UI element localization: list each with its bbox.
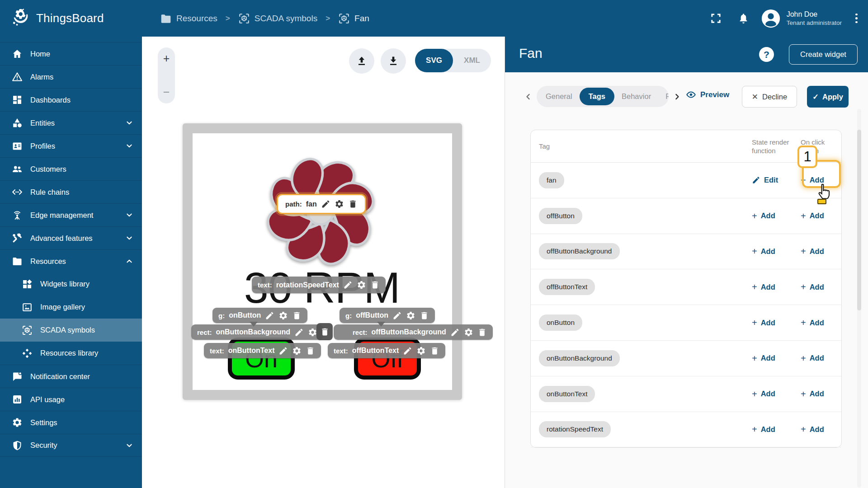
app-logo[interactable]: ThingsBoard [0, 0, 142, 37]
element-tag-off-button-background[interactable]: rect:offButtonBackground [334, 324, 493, 340]
decline-button[interactable]: ✕Decline [742, 86, 797, 108]
edit-icon [752, 176, 760, 184]
download-button[interactable] [381, 48, 406, 74]
preview-button[interactable]: Preview [686, 89, 729, 100]
sidebar-item-security[interactable]: Security [0, 434, 142, 457]
state-render-add-button[interactable]: +Add [752, 319, 775, 327]
tab-tags[interactable]: Tags [580, 88, 614, 105]
trash-icon[interactable] [292, 311, 302, 320]
state-render-add-button[interactable]: +Add [752, 283, 775, 291]
gear-icon[interactable] [416, 346, 426, 356]
edit-icon[interactable] [450, 328, 460, 337]
tag-chip: fan [539, 172, 564, 188]
element-tag-on-button-text[interactable]: text:onButtonText [204, 343, 321, 358]
sidebar-item-customers[interactable]: Customers [0, 157, 142, 180]
on-click-add-button[interactable]: +Add [801, 319, 824, 327]
on-click-add-button[interactable]: +Add [801, 211, 824, 220]
on-click-add-button[interactable]: +Add [801, 176, 824, 184]
state-render-add-button[interactable]: +Add [752, 211, 775, 220]
help-icon[interactable]: ? [759, 47, 774, 62]
upload-button[interactable] [349, 48, 374, 74]
column-header-tag: Tag [539, 142, 742, 150]
sidebar-item-notification-center[interactable]: Notification center [0, 365, 142, 388]
gear-icon[interactable] [278, 311, 288, 320]
sidebar-item-profiles[interactable]: Profiles [0, 134, 142, 157]
sidebar-item-entities[interactable]: Entities [0, 111, 142, 134]
plus-icon: + [801, 390, 806, 398]
on-click-add-button[interactable]: +Add [801, 247, 824, 256]
edit-icon[interactable] [343, 280, 353, 290]
trash-icon[interactable] [420, 311, 429, 320]
gear-icon[interactable] [357, 280, 366, 290]
on-click-add-button[interactable]: +Add [801, 389, 824, 398]
kebab-menu-icon[interactable] [854, 11, 857, 26]
create-widget-button[interactable]: Create widget [789, 44, 858, 65]
state-render-add-button[interactable]: +Add [752, 389, 775, 398]
gear-icon[interactable] [335, 199, 344, 209]
edit-icon[interactable] [403, 346, 412, 356]
avatar[interactable] [760, 8, 781, 29]
sidebar-item-widgets-library[interactable]: Widgets library [0, 272, 142, 296]
sidebar-item-advanced-features[interactable]: Advanced features [0, 226, 142, 249]
state-render-add-button[interactable]: +Add [752, 247, 775, 256]
gear-icon[interactable] [292, 346, 302, 356]
sidebar-item-home[interactable]: Home [0, 42, 142, 65]
edit-icon[interactable] [265, 311, 274, 320]
trash-icon[interactable] [477, 328, 487, 337]
on-click-add-button[interactable]: +Add [801, 283, 824, 291]
tab-strip: General Tags Behavior Properties [537, 86, 669, 107]
gear-icon[interactable] [308, 328, 317, 337]
sidebar-item-dashboards[interactable]: Dashboards [0, 88, 142, 111]
column-header-state-render: State render function [742, 138, 796, 155]
sidebar-item-alarms[interactable]: Alarms [0, 65, 142, 88]
user-menu[interactable]: John Doe Tenant administrator [787, 10, 842, 27]
element-tag-on-button-background[interactable]: rect:onButtonBackground [191, 324, 323, 340]
sidebar-item-image-gallery[interactable]: Image gallery [0, 296, 142, 319]
gear-icon[interactable] [464, 328, 473, 337]
element-tag-on-button[interactable]: g:onButton [212, 308, 307, 323]
element-tag-off-button-text[interactable]: text:offButtonText [328, 343, 445, 358]
state-render-add-button[interactable]: +Add [752, 425, 775, 434]
trash-icon[interactable] [306, 346, 315, 356]
edit-icon[interactable] [278, 346, 288, 356]
element-tag-fan[interactable]: path:fan [277, 194, 366, 214]
toggle-svg[interactable]: SVG [415, 49, 453, 72]
breadcrumb-resources[interactable]: Resources [160, 13, 217, 24]
element-tag-rotation-speed-text[interactable]: text:rotationSpeedText [252, 277, 386, 293]
notifications-bell-icon[interactable] [737, 12, 750, 24]
edit-icon[interactable] [294, 328, 304, 337]
state-render-add-button[interactable]: +Add [752, 354, 775, 362]
tag-chip: onButtonBackground [539, 350, 620, 366]
sidebar-item-rule-chains[interactable]: Rule chains [0, 180, 142, 203]
sidebar-item-api-usage[interactable]: API usage [0, 388, 142, 411]
edit-icon[interactable] [392, 311, 402, 320]
zoom-in-button[interactable]: + [163, 54, 170, 63]
state-render-edit-button[interactable]: Edit [752, 176, 778, 184]
edit-icon[interactable] [321, 199, 330, 209]
tab-general[interactable]: General [538, 92, 580, 101]
element-tag-off-button[interactable]: g:offButton [340, 308, 435, 323]
table-row: offButtonBackground +Add +Add [531, 234, 841, 270]
trash-icon[interactable] [348, 199, 358, 209]
sidebar-item-edge-management[interactable]: Edge management [0, 203, 142, 226]
fullscreen-icon[interactable] [710, 12, 722, 24]
tab-properties[interactable]: Properties [658, 92, 669, 101]
trash-icon[interactable] [370, 280, 380, 290]
apply-button[interactable]: ✓Apply [807, 86, 849, 108]
on-click-add-button[interactable]: +Add [801, 425, 824, 434]
tabs-scroll-right-icon[interactable] [672, 92, 682, 102]
trash-icon[interactable] [316, 323, 333, 340]
sidebar-item-settings[interactable]: Settings [0, 411, 142, 434]
tab-behavior[interactable]: Behavior [614, 92, 658, 101]
panel-scrollbar-thumb[interactable] [857, 130, 861, 310]
on-click-add-button[interactable]: +Add [801, 354, 824, 362]
sidebar-item-resources-library[interactable]: Resources library [0, 342, 142, 365]
zoom-out-button[interactable]: − [163, 87, 170, 96]
sidebar-item-resources[interactable]: Resources [0, 249, 142, 272]
sidebar-item-scada-symbols[interactable]: SCADA symbols [0, 319, 142, 342]
gear-icon[interactable] [406, 311, 415, 320]
breadcrumb-scada-symbols[interactable]: SCADA symbols [238, 13, 317, 24]
tabs-scroll-left-icon[interactable] [523, 92, 533, 102]
toggle-xml[interactable]: XML [453, 56, 491, 65]
trash-icon[interactable] [430, 346, 439, 356]
